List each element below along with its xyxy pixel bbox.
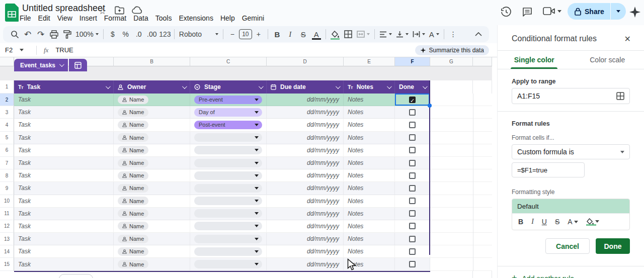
vertical-align-button[interactable] (394, 28, 411, 41)
stage-chip[interactable] (194, 197, 262, 205)
due-date-cell[interactable]: dd/mm/yyyy (267, 245, 344, 258)
task-cell[interactable]: Task (14, 169, 114, 182)
stage-chip[interactable]: Pre-event (194, 96, 262, 104)
video-call-button[interactable] (543, 7, 561, 16)
owner-cell[interactable]: Name (114, 169, 190, 182)
decrease-decimal-button[interactable]: .0 (132, 28, 145, 41)
due-date-cell[interactable]: dd/mm/yyyy (267, 169, 344, 182)
done-cell[interactable]: ✓ (395, 94, 430, 106)
stage-chip[interactable] (194, 222, 262, 230)
owner-chip[interactable]: Name (118, 184, 148, 193)
menu-data[interactable]: Data (130, 13, 152, 23)
add-another-rule-button[interactable]: + Add another rule (512, 273, 644, 278)
task-cell[interactable]: Task (14, 119, 114, 131)
share-options-caret[interactable] (611, 3, 626, 20)
due-date-cell[interactable]: dd/mm/yyyy (267, 106, 344, 119)
owner-chip[interactable]: Name (118, 159, 148, 167)
checkbox[interactable] (409, 134, 416, 141)
stage-chip[interactable] (194, 247, 262, 256)
table-menu-icon[interactable] (69, 59, 87, 71)
document-title[interactable]: Untitled spreadsheet (22, 3, 105, 14)
due-date-cell[interactable]: dd/mm/yyyy (267, 195, 344, 208)
notes-cell[interactable]: Notes (344, 208, 395, 220)
stage-chip[interactable]: Day of (194, 108, 262, 117)
stage-cell[interactable] (190, 258, 267, 270)
menu-gemini[interactable]: Gemini (238, 13, 268, 23)
checkbox[interactable] (409, 261, 416, 267)
due-date-cell[interactable]: dd/mm/yyyy (267, 208, 344, 220)
stage-cell[interactable]: Post-event (190, 119, 267, 131)
row-number[interactable]: 1 (0, 80, 14, 94)
task-cell[interactable]: Task (14, 220, 114, 233)
tab-color-scale[interactable]: Color scale (571, 51, 644, 69)
column-header-C[interactable]: C (190, 57, 267, 66)
table-name-chip[interactable]: Event_tasks (14, 59, 87, 71)
menu-tools[interactable]: Tools (152, 13, 176, 23)
done-cell[interactable] (395, 208, 430, 220)
stage-chip[interactable] (194, 146, 262, 154)
redo-icon[interactable]: ↷ (34, 28, 47, 41)
notes-cell[interactable]: Notes (344, 157, 395, 169)
checkbox[interactable] (409, 185, 416, 192)
empty-cell[interactable] (430, 208, 492, 220)
task-cell[interactable]: Task (14, 195, 114, 208)
stage-chip[interactable] (194, 133, 262, 142)
partial-button[interactable] (59, 274, 93, 278)
task-cell[interactable]: Task (14, 144, 114, 157)
chevron-down-icon[interactable] (387, 84, 392, 89)
owner-cell[interactable]: Name (114, 157, 190, 169)
owner-cell[interactable]: Name (114, 119, 190, 131)
stage-chip[interactable] (194, 260, 262, 268)
task-cell[interactable]: Task (14, 157, 114, 169)
menu-insert[interactable]: Insert (76, 13, 101, 23)
checkbox[interactable] (409, 236, 416, 242)
done-cell[interactable] (395, 182, 430, 195)
increase-font-size-button[interactable]: + (252, 28, 265, 41)
task-cell[interactable]: Task (14, 233, 114, 245)
notes-cell[interactable]: Notes (344, 245, 395, 258)
underline-button[interactable]: U (542, 218, 547, 226)
done-cell[interactable] (395, 195, 430, 208)
summarize-data-button[interactable]: Summarize this data (415, 45, 489, 55)
stage-chip[interactable] (194, 209, 262, 218)
row-number[interactable]: 13 (0, 233, 14, 245)
text-color-button[interactable]: A (568, 218, 578, 226)
owner-cell[interactable]: Name (114, 182, 190, 195)
borders-button[interactable] (342, 28, 355, 41)
stage-chip[interactable] (194, 184, 262, 193)
checkbox[interactable] (409, 198, 416, 204)
share-main[interactable]: Share (568, 3, 611, 20)
notes-cell[interactable]: Notes (344, 94, 395, 106)
owner-cell[interactable]: Name (114, 132, 190, 144)
formula-field[interactable]: =$F1=true (512, 162, 585, 177)
done-cell[interactable] (395, 245, 430, 258)
done-cell[interactable] (395, 132, 430, 144)
owner-chip[interactable]: Name (118, 197, 148, 205)
done-cell[interactable] (395, 144, 430, 157)
owner-cell[interactable]: Name (114, 233, 190, 245)
empty-cell[interactable] (430, 144, 492, 157)
italic-button[interactable]: I (284, 28, 297, 41)
empty-cell[interactable] (430, 245, 492, 258)
empty-cell[interactable] (430, 119, 492, 131)
column-header-G[interactable]: G (430, 57, 473, 66)
task-cell[interactable]: Task (14, 94, 114, 106)
menu-edit[interactable]: Edit (35, 13, 54, 23)
decrease-font-size-button[interactable]: − (226, 28, 239, 41)
empty-cell[interactable] (430, 169, 492, 182)
text-wrap-button[interactable] (411, 28, 427, 41)
menu-file[interactable]: File (16, 13, 35, 23)
checkbox[interactable] (409, 223, 416, 229)
bold-button[interactable]: B (518, 218, 523, 226)
empty-cell[interactable] (430, 195, 492, 208)
format-currency-button[interactable]: $ (106, 28, 119, 41)
menu-format[interactable]: Format (101, 13, 130, 23)
task-cell[interactable]: Task (14, 132, 114, 144)
column-header-E[interactable]: E (344, 57, 395, 66)
owner-chip[interactable]: Name (118, 260, 148, 268)
owner-chip[interactable]: Name (118, 96, 148, 104)
stage-cell[interactable] (190, 132, 267, 144)
empty-cell[interactable] (430, 258, 492, 270)
increase-decimal-button[interactable]: .00 (145, 28, 158, 41)
notes-cell[interactable]: Notes (344, 220, 395, 233)
